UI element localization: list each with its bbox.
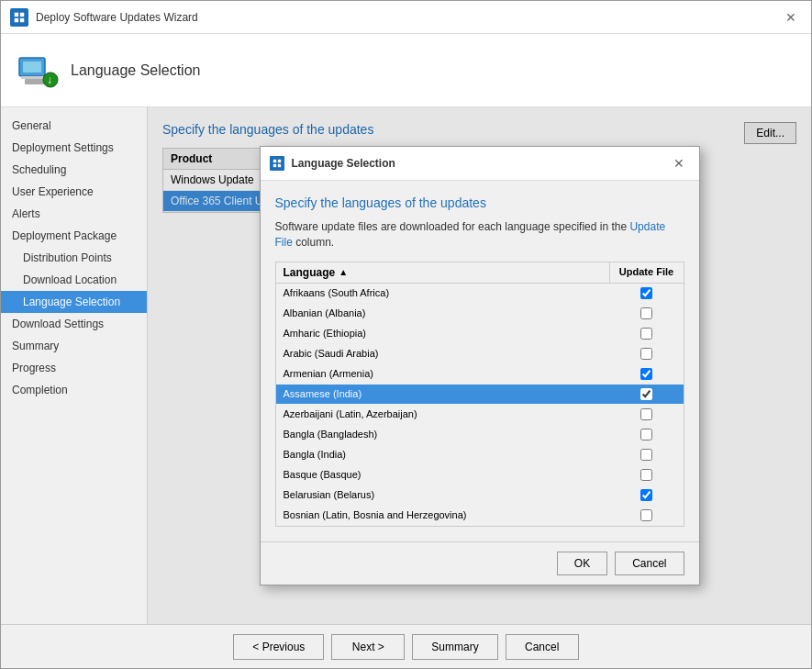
language-row[interactable]: Afrikaans (South Africa) (276, 284, 684, 304)
language-checkbox[interactable] (640, 449, 652, 461)
sidebar: GeneralDeployment SettingsSchedulingUser… (1, 107, 148, 624)
language-checkbox-cell (610, 506, 684, 525)
language-checkbox[interactable] (640, 348, 652, 360)
language-name: Bangla (India) (276, 445, 610, 463)
sidebar-item-language-selection[interactable]: Language Selection (1, 291, 147, 313)
language-checkbox[interactable] (640, 388, 652, 400)
language-row[interactable]: Albanian (Albania) (276, 304, 684, 324)
language-table-header: Language ▲ Update File (276, 262, 684, 284)
language-checkbox[interactable] (640, 368, 652, 380)
sort-arrow-icon: ▲ (339, 267, 348, 277)
language-checkbox[interactable] (640, 328, 652, 340)
language-checkbox-cell (610, 465, 684, 485)
header-icon: ↓ (16, 49, 60, 93)
previous-button[interactable]: < Previous (233, 634, 324, 660)
language-row[interactable]: Basque (Basque) (276, 465, 684, 485)
modal-title-left: Language Selection (270, 156, 395, 171)
main-window: Deploy Software Updates Wizard ✕ ↓ Langu… (0, 0, 812, 669)
svg-rect-5 (23, 61, 41, 72)
svg-rect-1 (20, 12, 24, 16)
language-checkbox[interactable] (640, 469, 652, 481)
ok-button[interactable]: OK (557, 552, 607, 575)
sidebar-item-deployment-package[interactable]: Deployment Package (1, 225, 147, 247)
sidebar-item-deployment-settings[interactable]: Deployment Settings (1, 137, 147, 159)
modal-close-button[interactable]: ✕ (668, 154, 690, 173)
sidebar-item-general[interactable]: General (1, 115, 147, 137)
window-title: Deploy Software Updates Wizard (36, 11, 198, 24)
language-selection-modal: Language Selection ✕ Specify the languag… (260, 146, 700, 585)
sidebar-item-user-experience[interactable]: User Experience (1, 181, 147, 203)
language-checkbox-cell (610, 304, 684, 323)
cancel-button[interactable]: Cancel (506, 634, 579, 660)
language-row[interactable]: Bangla (Bangladesh) (276, 425, 684, 445)
svg-rect-3 (20, 17, 24, 21)
language-row[interactable]: Arabic (Saudi Arabia) (276, 344, 684, 364)
update-file-column-header: Update File (610, 262, 684, 283)
language-name: Arabic (Saudi Arabia) (276, 344, 610, 362)
language-row[interactable]: Azerbaijani (Latin, Azerbaijan) (276, 405, 684, 425)
language-row[interactable]: Armenian (Armenia) (276, 364, 684, 385)
language-checkbox-cell (610, 344, 684, 363)
modal-footer: OK Cancel (261, 541, 699, 585)
modal-desc-text: Software update files are downloaded for… (275, 220, 630, 233)
language-name: Albanian (Albania) (276, 304, 610, 322)
modal-title-text: Language Selection (292, 157, 395, 170)
language-table-body: Afrikaans (South Africa)Albanian (Albani… (276, 284, 684, 526)
sidebar-item-completion[interactable]: Completion (1, 379, 147, 401)
language-checkbox[interactable] (640, 489, 652, 501)
language-checkbox[interactable] (640, 287, 652, 299)
language-row[interactable]: Bosnian (Latin, Bosnia and Herzegovina) (276, 506, 684, 526)
header-section: ↓ Language Selection (1, 34, 811, 107)
title-bar: Deploy Software Updates Wizard ✕ (1, 1, 811, 34)
summary-button[interactable]: Summary (412, 634, 497, 660)
sidebar-item-alerts[interactable]: Alerts (1, 203, 147, 225)
language-row[interactable]: Assamese (India) (276, 385, 684, 405)
language-name: Basque (Basque) (276, 465, 610, 484)
language-checkbox-cell (610, 425, 684, 444)
language-row[interactable]: Bangla (India) (276, 445, 684, 465)
modal-cancel-button[interactable]: Cancel (615, 552, 684, 575)
language-name: Armenian (Armenia) (276, 364, 610, 383)
sidebar-item-download-settings[interactable]: Download Settings (1, 313, 147, 335)
modal-desc-end: column. (293, 236, 334, 249)
sidebar-item-progress[interactable]: Progress (1, 357, 147, 379)
svg-rect-0 (15, 12, 18, 16)
language-row[interactable]: Belarusian (Belarus) (276, 485, 684, 506)
svg-text:↓: ↓ (47, 73, 52, 86)
language-checkbox-cell (610, 385, 684, 404)
language-checkbox-cell (610, 324, 684, 343)
language-checkbox-cell (610, 445, 684, 464)
language-column-header[interactable]: Language ▲ (276, 262, 610, 283)
next-button[interactable]: Next > (331, 634, 405, 660)
svg-rect-12 (273, 164, 275, 167)
modal-title-bar: Language Selection ✕ (261, 147, 699, 181)
content-area: Specify the languages of the updates Edi… (148, 107, 811, 624)
language-checkbox-cell (610, 364, 684, 384)
sidebar-item-distribution-points[interactable]: Distribution Points (1, 247, 147, 269)
sidebar-item-scheduling[interactable]: Scheduling (1, 159, 147, 181)
language-table: Language ▲ Update File Afrikaans (South … (275, 262, 684, 527)
svg-rect-11 (277, 160, 280, 162)
svg-rect-2 (15, 17, 18, 21)
sidebar-item-summary[interactable]: Summary (1, 335, 147, 357)
language-checkbox-cell (610, 284, 684, 303)
title-bar-left: Deploy Software Updates Wizard (10, 8, 198, 27)
window-close-button[interactable]: ✕ (780, 8, 802, 27)
app-icon (10, 8, 28, 27)
modal-body: Specify the languages of the updates Sof… (261, 181, 699, 541)
language-name: Azerbaijani (Latin, Azerbaijan) (276, 405, 610, 423)
main-content: GeneralDeployment SettingsSchedulingUser… (1, 107, 811, 624)
modal-subtitle: Specify the languages of the updates (275, 195, 684, 210)
language-checkbox-cell (610, 485, 684, 505)
modal-overlay: Language Selection ✕ Specify the languag… (148, 107, 811, 624)
language-row[interactable]: Amharic (Ethiopia) (276, 324, 684, 344)
language-name: Assamese (India) (276, 385, 610, 403)
language-checkbox[interactable] (640, 509, 652, 521)
modal-description: Software update files are downloaded for… (275, 219, 684, 251)
language-checkbox[interactable] (640, 408, 652, 420)
language-checkbox[interactable] (640, 307, 652, 319)
sidebar-item-download-location[interactable]: Download Location (1, 269, 147, 291)
wizard-footer: < Previous Next > Summary Cancel (1, 624, 811, 668)
language-checkbox[interactable] (640, 429, 652, 440)
language-checkbox-cell (610, 405, 684, 424)
